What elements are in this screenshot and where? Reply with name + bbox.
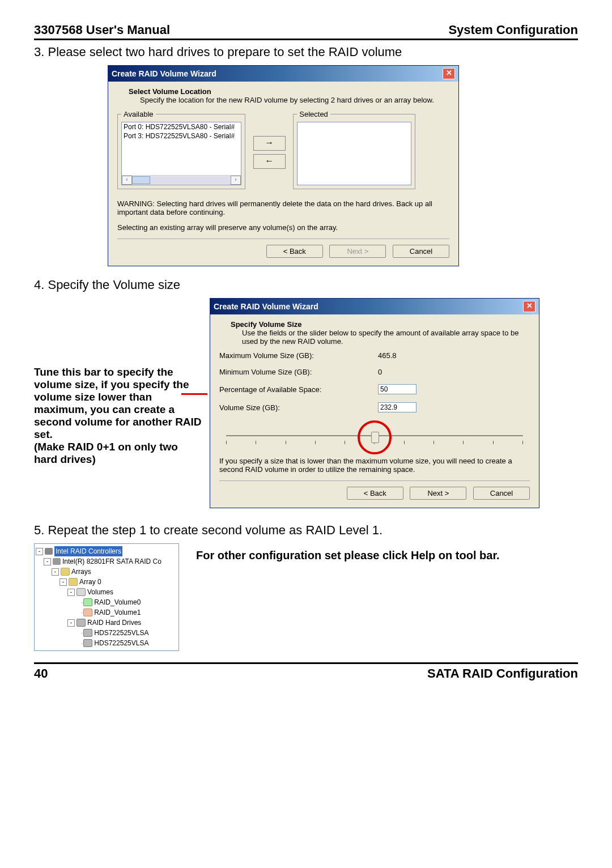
tree-volumes[interactable]: Volumes — [87, 587, 113, 597]
tree-line: · — [81, 638, 82, 648]
tree-line: · — [81, 628, 82, 638]
back-button[interactable]: < Back — [347, 487, 403, 500]
tree-vol0[interactable]: RAID_Volume0 — [94, 597, 141, 607]
hdd-icon — [83, 629, 92, 637]
next-button[interactable]: Next > — [329, 245, 386, 258]
wizard1-subtitle: Select Volume Location — [129, 87, 449, 96]
tree-line: · — [81, 607, 82, 618]
wizard2-title: Create RAID Volume Wizard — [214, 302, 318, 311]
step-3-text: 3. Please select two hard drives to prep… — [34, 45, 578, 59]
hdd-icon — [83, 639, 92, 647]
page-header: 3307568 User's Manual System Configurati… — [34, 23, 578, 40]
h-scrollbar[interactable]: ‹ › — [122, 175, 241, 185]
next-button[interactable]: Next > — [410, 487, 466, 500]
cancel-button[interactable]: Cancel — [473, 487, 530, 500]
controller-icon — [45, 548, 53, 555]
scroll-track[interactable] — [132, 176, 231, 184]
wizard1-warning: WARNING: Selecting hard drives will perm… — [117, 199, 449, 216]
tree-expander-icon[interactable]: - — [36, 548, 43, 555]
available-legend: Available — [121, 110, 156, 118]
header-right: System Configuration — [448, 23, 578, 37]
step-4-text: 4. Specify the Volume size — [34, 278, 578, 292]
pct-label: Percentage of Available Space: — [219, 385, 367, 394]
tune-bar-note-text: Tune this bar to specify the volume size… — [34, 366, 202, 465]
selected-group: Selected — [293, 110, 415, 189]
slider-thumb[interactable] — [371, 432, 379, 443]
scroll-right-icon[interactable]: › — [231, 176, 241, 185]
step-5-text: 5. Repeat the step 1 to create second vo… — [34, 523, 578, 538]
pct-input[interactable]: 50 — [378, 384, 416, 394]
max-size-label: Maximum Volume Size (GB): — [219, 351, 367, 360]
tree-root[interactable]: Intel RAID Controllers — [54, 546, 122, 556]
back-button[interactable]: < Back — [266, 245, 323, 258]
move-right-button[interactable]: → — [253, 136, 286, 151]
tree-expander-icon[interactable]: - — [67, 589, 75, 596]
volumes-icon — [76, 588, 86, 596]
close-icon[interactable]: ✕ — [523, 301, 536, 312]
wizard1-titlebar: Create RAID Volume Wizard ✕ — [108, 66, 458, 82]
wizard-specify-size: Create RAID Volume Wizard ✕ Specify Volu… — [210, 298, 539, 508]
tree-expander-icon[interactable]: - — [60, 578, 67, 586]
wizard1-note2: Selecting an existing array will preserv… — [117, 223, 449, 232]
selected-legend: Selected — [297, 110, 330, 118]
volume-size-slider[interactable] — [220, 420, 529, 454]
selected-listbox[interactable] — [297, 122, 411, 185]
list-item[interactable]: Port 0: HDS722525VLSA80 - Serial# — [122, 122, 241, 131]
close-icon[interactable]: ✕ — [443, 68, 455, 79]
volume-icon — [83, 609, 92, 616]
wizard2-titlebar: Create RAID Volume Wizard ✕ — [210, 299, 539, 314]
tree-array0[interactable]: Array 0 — [79, 577, 101, 587]
tree-hdd-folder[interactable]: RAID Hard Drives — [87, 618, 141, 628]
available-listbox[interactable]: Port 0: HDS722525VLSA80 - Serial# Port 3… — [121, 122, 241, 185]
tree-arrays[interactable]: Arrays — [71, 567, 91, 577]
tree-expander-icon[interactable]: - — [44, 558, 51, 565]
wizard2-subdesc: Use the fields or the slider below to sp… — [242, 329, 530, 346]
help-note: For other configuration set please click… — [196, 549, 500, 562]
tree-hdd1[interactable]: HDS722525VLSA — [94, 638, 148, 648]
move-left-button[interactable]: ← — [253, 154, 286, 169]
wizard-select-location: Create RAID Volume Wizard ✕ Select Volum… — [108, 65, 459, 266]
tree-expander-icon[interactable]: - — [67, 619, 75, 627]
cancel-button[interactable]: Cancel — [393, 245, 449, 258]
tree-vol1[interactable]: RAID_Volume1 — [94, 607, 141, 618]
wizard1-subdesc: Specify the location for the new RAID vo… — [140, 96, 449, 104]
page-footer: 40 SATA RAID Configuration — [34, 662, 578, 681]
raid-tree[interactable]: - Intel RAID Controllers - Intel(R) 8280… — [34, 543, 179, 651]
callout-line — [181, 393, 207, 395]
hdd-folder-icon — [76, 619, 86, 627]
tree-expander-icon[interactable]: - — [52, 568, 59, 576]
slider-note: If you specify a size that is lower than… — [219, 457, 530, 474]
scroll-thumb[interactable] — [132, 176, 150, 184]
wizard2-subtitle: Specify Volume Size — [231, 320, 530, 329]
array-icon — [69, 578, 78, 586]
footer-section: SATA RAID Configuration — [427, 666, 578, 681]
list-item[interactable]: Port 3: HDS722525VLSA80 - Serial# — [122, 131, 241, 141]
tree-line: · — [81, 597, 82, 607]
available-group: Available Port 0: HDS722525VLSA80 - Seri… — [117, 110, 245, 189]
max-size-value: 465.8 — [378, 351, 397, 360]
tune-bar-note: Tune this bar to specify the volume size… — [34, 298, 210, 395]
volume-icon — [83, 598, 92, 606]
chip-icon — [53, 558, 61, 565]
tree-chip[interactable]: Intel(R) 82801FR SATA RAID Co — [62, 556, 162, 567]
header-left: 3307568 User's Manual — [34, 23, 170, 37]
wizard1-title: Create RAID Volume Wizard — [112, 69, 216, 78]
tree-hdd0[interactable]: HDS722525VLSA — [94, 628, 148, 638]
arrays-icon — [61, 568, 70, 576]
size-input[interactable]: 232.9 — [378, 402, 416, 412]
min-size-value: 0 — [378, 368, 382, 376]
footer-page: 40 — [34, 666, 48, 681]
min-size-label: Minimum Volume Size (GB): — [219, 368, 367, 376]
scroll-left-icon[interactable]: ‹ — [122, 176, 132, 185]
size-label: Volume Size (GB): — [219, 403, 367, 412]
